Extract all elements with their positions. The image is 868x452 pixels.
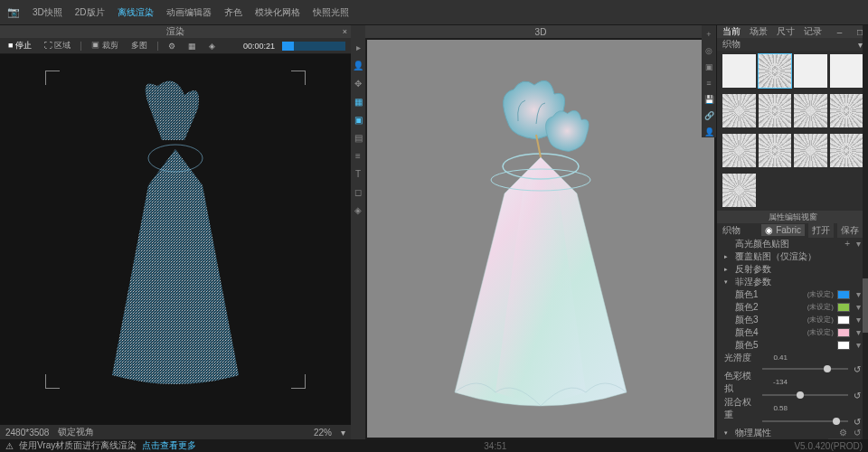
fabric-swatch[interactable] (759, 94, 792, 127)
tool-grid-icon[interactable]: ▤ (353, 132, 363, 143)
fabric-swatch-1[interactable]: 织物_1 (794, 54, 827, 88)
prop-override-map[interactable]: ▸覆盖贴图（仅渲染） (717, 250, 868, 263)
save-icon[interactable]: 💾 (703, 94, 714, 105)
render-preview-image (58, 68, 293, 411)
fabric-swatch[interactable]: 织物_2 9o (830, 134, 863, 167)
crop-button[interactable]: ▣ 裁剪 (89, 39, 121, 52)
fabric-swatch[interactable] (722, 94, 756, 127)
tool-cube-icon[interactable]: ◻ (353, 186, 363, 197)
render-panel: 渲染 × ■ 停止 ⛶ 区域 ▣ 裁剪 多图 ⚙ ▦ ◈ 00:00:21 (0, 25, 351, 439)
fabric-swatch-grid-4 (717, 170, 868, 211)
prop-highlight-map[interactable]: 高光颜色贴图+▾ (717, 238, 868, 250)
prop-physical[interactable]: ▾物理属性⚙↺ (717, 427, 868, 439)
3d-model-image (405, 49, 676, 428)
tab-modular-grid[interactable]: 模块化网格 (255, 6, 300, 19)
separator (157, 42, 158, 51)
zoom-dropdown-icon[interactable]: ▾ (341, 428, 345, 438)
tab-2d-pattern[interactable]: 2D版片 (75, 6, 105, 19)
fabric-label: 织物 (722, 38, 741, 51)
fabric-swatch-default[interactable]: 默认织物 (722, 54, 756, 88)
user-icon[interactable]: 👤 (703, 127, 714, 137)
prop-reflect[interactable]: ▸反射参数 (717, 263, 868, 276)
multi-button[interactable]: 多图 (128, 39, 150, 52)
view-mode-label[interactable]: 锁定视角 (58, 426, 94, 438)
render-panel-title: 渲染 (166, 25, 184, 38)
prop-color4: 颜色4(未设定)▾ (717, 326, 868, 339)
color-picker-5[interactable] (837, 341, 850, 350)
tool-icon-1[interactable]: ⚙ (165, 41, 178, 52)
link-icon[interactable]: 🔗 (703, 110, 714, 121)
viewport-tool-strip: ▸ 👤 ✥ ▦ ▣ ▤ ≡ T ◻ ◈ (351, 25, 365, 439)
fabric-swatch[interactable] (794, 94, 827, 127)
tool-text-icon[interactable]: T (353, 168, 363, 179)
top-toolbar: 📷 3D快照 2D版片 离线渲染 动画编辑器 齐色 模块化网格 快照光照 (0, 0, 868, 25)
status-link[interactable]: 点击查看更多 (142, 439, 196, 452)
color-picker-2[interactable] (837, 303, 850, 312)
list-icon[interactable]: ≡ (703, 78, 714, 89)
tab-colorway[interactable]: 齐色 (224, 6, 242, 19)
camera-icon[interactable]: 📷 (7, 6, 20, 19)
tab-3d-snapshot[interactable]: 3D快照 (33, 6, 62, 19)
version-label: V5.0.420(PROD) (794, 441, 863, 451)
tool-mesh-icon[interactable]: ▦ (353, 96, 363, 107)
fabric-swatch[interactable] (830, 94, 863, 127)
stop-button[interactable]: ■ 停止 (5, 39, 34, 52)
3d-panel-title: 3D (535, 27, 547, 37)
fabric-swatch[interactable] (830, 54, 863, 88)
slider-mix[interactable]: ↺ (717, 417, 868, 427)
fabric-swatch-2[interactable]: 织物_2 (759, 54, 792, 88)
color-picker-1[interactable] (837, 290, 850, 299)
tool-icon-3[interactable]: ◈ (206, 41, 218, 52)
scrollbar-thumb[interactable] (863, 278, 868, 333)
copy-icon[interactable]: ▣ (703, 61, 714, 72)
tool-layers-icon[interactable]: ≡ (353, 150, 363, 161)
open-button[interactable]: 打开 (808, 223, 834, 238)
fabric-swatch[interactable]: 织物_2 9o (722, 134, 756, 167)
prop-color3: 颜色3(未设定)▾ (717, 314, 868, 326)
tab-snapshot-light[interactable]: 快照光照 (313, 6, 349, 19)
prop-fresnel[interactable]: ▾菲涅参数 (717, 276, 868, 288)
color-picker-3[interactable] (837, 315, 850, 325)
tab-offline-render[interactable]: 离线渲染 (118, 6, 154, 19)
reset-icon[interactable]: ↺ (854, 364, 861, 374)
add-icon[interactable]: + (703, 29, 714, 40)
close-icon[interactable]: × (343, 27, 347, 36)
fabric-section-header[interactable]: 织物 ▾ (717, 38, 868, 51)
property-tabs: 织物 ◉ Fabric 打开 保存 (717, 223, 868, 238)
tab-current[interactable]: 当前 (722, 25, 741, 38)
reset-icon[interactable]: ↺ (854, 391, 861, 400)
tool-move-icon[interactable]: ✥ (353, 78, 363, 89)
tool-icon-2[interactable]: ▦ (185, 41, 199, 52)
fabric-swatch-grid-2 (717, 90, 868, 130)
fabric-swatch[interactable]: 织物_2 9o (759, 134, 792, 167)
right-side-icon-strip: + ◎ ▣ ≡ 💾 🔗 👤 (702, 25, 716, 137)
tab-animation-editor[interactable]: 动画编辑器 (166, 6, 212, 19)
fabric-swatch[interactable] (722, 174, 756, 207)
crop-corner-tr[interactable] (291, 71, 306, 85)
minimize-icon[interactable]: – (837, 27, 843, 37)
region-button[interactable]: ⛶ 区域 (42, 39, 74, 52)
tab-history[interactable]: 记录 (804, 25, 822, 38)
tool-select-icon[interactable]: ▸ (353, 42, 363, 52)
target-icon[interactable]: ◎ (703, 45, 714, 56)
prop-color2: 颜色2(未设定)▾ (717, 301, 868, 314)
main-area: 渲染 × ■ 停止 ⛶ 区域 ▣ 裁剪 多图 ⚙ ▦ ◈ 00:00:21 (0, 25, 868, 439)
fabric-swatch[interactable]: 织物_2 9o (794, 134, 827, 167)
3d-viewport[interactable] (367, 40, 714, 438)
tool-avatar-icon[interactable]: 👤 (353, 60, 363, 71)
render-viewport[interactable] (0, 54, 351, 425)
tool-tag-icon[interactable]: ◈ (353, 204, 363, 215)
color-picker-4[interactable] (837, 328, 850, 337)
reset-icon[interactable]: ↺ (854, 417, 861, 427)
right-scrollbar[interactable] (863, 25, 868, 439)
tool-box-icon[interactable]: ▣ (353, 114, 363, 125)
add-icon[interactable]: + (844, 239, 850, 249)
more-icon[interactable]: ▾ (856, 239, 861, 249)
fabric-type-button[interactable]: ◉ Fabric (761, 224, 805, 236)
property-editor-header: 属性编辑视窗 (717, 211, 868, 223)
save-button[interactable]: 保存 (837, 223, 863, 238)
crop-corner-br[interactable] (291, 374, 306, 389)
tab-size[interactable]: 尺寸 (777, 25, 795, 38)
tab-scene[interactable]: 场景 (750, 25, 768, 38)
zoom-level[interactable]: 22% (314, 428, 332, 438)
